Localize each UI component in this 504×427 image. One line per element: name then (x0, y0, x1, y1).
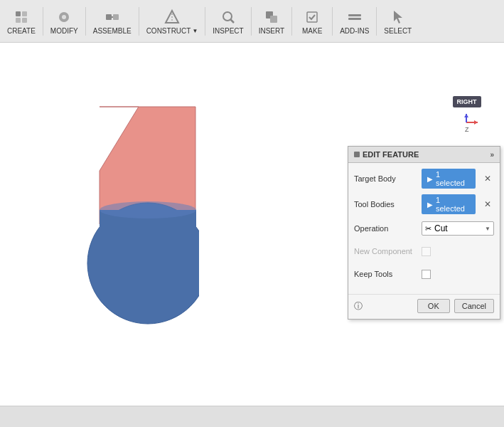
panel-title: EDIT FEATURE (363, 150, 419, 159)
target-body-row: Target Body ▶ 1 selected ✕ (354, 169, 494, 189)
toolbar-group-assemble[interactable]: ASSEMBLE (89, 2, 136, 41)
assemble-label: ASSEMBLE (93, 27, 132, 35)
target-body-clear[interactable]: ✕ (481, 172, 494, 185)
divider-1 (43, 7, 43, 36)
toolbar-group-modify[interactable]: MODIFY (46, 2, 82, 41)
panel-footer: ⓘ OK Cancel (348, 294, 500, 319)
svg-rect-14 (270, 16, 277, 23)
operation-row: Operation ✂ Cut ▼ (354, 220, 494, 237)
panel-body: Target Body ▶ 1 selected ✕ Tool Bodies ▶… (348, 163, 500, 294)
gizmo-label: RIGHT (453, 96, 481, 107)
modify-label: MODIFY (50, 27, 78, 35)
toolbar-group-make[interactable]: MAKE (295, 2, 329, 41)
addins-label: ADD-INS (340, 27, 369, 35)
panel-header-left: EDIT FEATURE (354, 150, 419, 159)
divider-8 (376, 7, 377, 36)
keep-tools-checkbox-area (422, 270, 431, 279)
svg-rect-2 (16, 18, 21, 23)
new-component-checkbox[interactable] (422, 247, 431, 256)
tool-bodies-label: Tool Bodies (354, 200, 422, 209)
ok-button[interactable]: OK (417, 299, 450, 313)
inspect-label: INSPECT (213, 27, 243, 35)
operation-dropdown[interactable]: ✂ Cut ▼ (422, 221, 494, 236)
toolbar: CREATE MODIFY ASSEMBLE (0, 0, 504, 43)
make-label: MAKE (302, 27, 322, 35)
tool-bodies-clear[interactable]: ✕ (481, 198, 494, 211)
3d-shapes-svg (85, 100, 199, 334)
panel-expand-icon[interactable]: » (490, 151, 494, 159)
dropdown-arrow: ▼ (485, 226, 490, 232)
construct-icon (161, 7, 183, 27)
svg-rect-0 (16, 11, 21, 16)
svg-line-12 (230, 19, 234, 23)
shape-display (85, 100, 199, 337)
svg-point-22 (100, 201, 196, 218)
gizmo-axes: Z (451, 110, 483, 135)
insert-label: INSERT (259, 27, 285, 35)
svg-rect-16 (348, 14, 361, 16)
divider-3 (139, 7, 139, 36)
toolbar-group-create[interactable]: CREATE (3, 2, 40, 41)
panel-icon (354, 152, 360, 157)
modify-icon (53, 7, 75, 27)
operation-label: Operation (354, 224, 422, 233)
status-bar (0, 406, 504, 427)
make-icon (301, 7, 323, 27)
svg-rect-15 (307, 12, 317, 22)
svg-text:Z: Z (465, 126, 469, 133)
svg-marker-18 (394, 11, 402, 23)
svg-marker-24 (474, 120, 478, 125)
target-body-value: ▶ 1 selected ✕ (422, 169, 494, 189)
operation-value: Cut (434, 223, 448, 233)
info-icon[interactable]: ⓘ (354, 300, 363, 312)
new-component-label: New Component (354, 247, 422, 255)
toolbar-group-inspect[interactable]: INSPECT (208, 2, 247, 41)
inspect-icon (218, 7, 239, 27)
create-icon (11, 7, 32, 27)
tool-bodies-badge: ▶ 1 selected (422, 194, 476, 214)
divider-4 (205, 7, 205, 36)
new-component-checkbox-area (422, 247, 431, 256)
keep-tools-checkbox[interactable] (422, 270, 431, 279)
divider-6 (291, 7, 292, 36)
target-body-label: Target Body (354, 174, 422, 183)
cut-icon: ✂ (425, 224, 431, 233)
keep-tools-row: Keep Tools (354, 265, 494, 283)
toolbar-group-addins[interactable]: ADD-INS (336, 2, 373, 41)
svg-marker-26 (464, 114, 468, 117)
svg-rect-17 (348, 18, 361, 20)
target-body-icon: ▶ (427, 175, 433, 183)
toolbar-group-insert[interactable]: INSERT (254, 2, 289, 41)
insert-icon (261, 7, 282, 27)
divider-2 (85, 7, 86, 36)
svg-rect-1 (22, 11, 27, 16)
addins-icon (344, 7, 365, 27)
toolbar-group-select[interactable]: SELECT (380, 2, 416, 41)
construct-label: CONSTRUCT ▼ (146, 27, 198, 35)
operation-select-inner: ✂ Cut (425, 223, 448, 233)
new-component-row: New Component (354, 243, 494, 260)
target-body-badge: ▶ 1 selected (422, 169, 476, 189)
panel-header: EDIT FEATURE » (348, 147, 500, 163)
divider-5 (251, 7, 252, 36)
edit-feature-panel: EDIT FEATURE » Target Body ▶ 1 selected … (348, 146, 500, 320)
select-icon (387, 7, 409, 27)
svg-point-5 (62, 15, 66, 19)
divider-7 (332, 7, 333, 36)
tool-bodies-icon: ▶ (427, 201, 433, 209)
svg-rect-7 (113, 14, 119, 20)
select-label: SELECT (384, 27, 412, 35)
canvas-area[interactable]: RIGHT Z EDIT FEATURE » Target Body (0, 43, 504, 406)
svg-rect-6 (106, 14, 112, 20)
cancel-button[interactable]: Cancel (454, 299, 494, 313)
view-gizmo[interactable]: RIGHT Z (447, 96, 486, 135)
tool-bodies-value: ▶ 1 selected ✕ (422, 194, 494, 214)
tool-bodies-row: Tool Bodies ▶ 1 selected ✕ (354, 194, 494, 214)
assemble-icon (102, 7, 123, 27)
create-label: CREATE (7, 27, 36, 35)
toolbar-group-construct[interactable]: CONSTRUCT ▼ (142, 2, 203, 41)
keep-tools-label: Keep Tools (354, 270, 422, 278)
svg-rect-3 (22, 18, 27, 23)
